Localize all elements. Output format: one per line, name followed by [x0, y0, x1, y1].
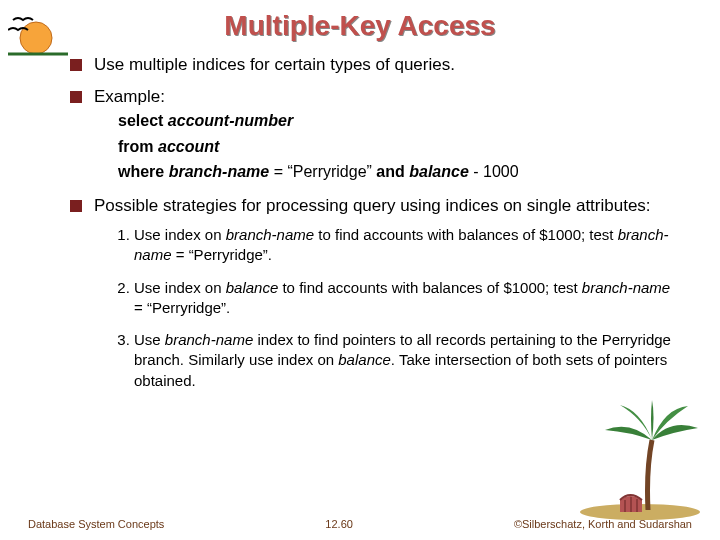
strategies-list: Use index on branch-name to find account… — [94, 225, 680, 391]
sql-and-kw: and — [376, 163, 404, 180]
s3-it1: branch-name — [165, 331, 253, 348]
bullet-2: Example: select account-number from acco… — [70, 86, 680, 185]
s1-a: Use index on — [134, 226, 226, 243]
footer-left: Database System Concepts — [28, 518, 164, 530]
sql-select-id: account-number — [168, 112, 293, 129]
s2-a: Use index on — [134, 279, 226, 296]
sql-select-kw: select — [118, 112, 163, 129]
bullet-3-text: Possible strategies for processing query… — [94, 196, 651, 215]
bullet-3: Possible strategies for processing query… — [70, 195, 680, 391]
sql-block: select account-number from account where… — [94, 108, 680, 185]
strategy-3: Use branch-name index to find pointers t… — [134, 330, 680, 391]
s1-it1: branch-name — [226, 226, 314, 243]
sql-from-id: account — [158, 138, 219, 155]
s2-it2: branch-name — [582, 279, 670, 296]
sql-where-id1: branch-name — [169, 163, 269, 180]
sql-where-mid: = “Perryridge” — [274, 163, 377, 180]
slide: Multiple-Key Access Use multiple indices… — [0, 0, 720, 540]
palm-tree-icon — [570, 400, 710, 520]
sql-where-id2: balance — [409, 163, 469, 180]
sql-where-tail: - 1000 — [473, 163, 518, 180]
strategy-1: Use index on branch-name to find account… — [134, 225, 680, 266]
footer-right: ©Silberschatz, Korth and Sudarshan — [514, 518, 692, 530]
sql-from-kw: from — [118, 138, 154, 155]
s3-it2: balance — [338, 351, 391, 368]
slide-content: Use multiple indices for certain types o… — [0, 42, 720, 391]
sql-where-kw: where — [118, 163, 164, 180]
s2-b: to find accounts with balances of $1000;… — [278, 279, 582, 296]
bullet-1: Use multiple indices for certain types o… — [70, 54, 680, 76]
footer: Database System Concepts 12.60 ©Silbersc… — [0, 518, 720, 530]
strategy-2: Use index on balance to find accounts wi… — [134, 278, 680, 319]
s2-it1: balance — [226, 279, 279, 296]
footer-center: 12.60 — [325, 518, 353, 530]
s1-b: to find accounts with balances of $1000;… — [314, 226, 618, 243]
bullet-2-label: Example: — [94, 87, 165, 106]
s2-c: = “Perryridge”. — [134, 299, 230, 316]
s1-c: = “Perryridge”. — [172, 246, 272, 263]
s3-a: Use — [134, 331, 165, 348]
slide-title: Multiple-Key Access — [0, 0, 720, 42]
